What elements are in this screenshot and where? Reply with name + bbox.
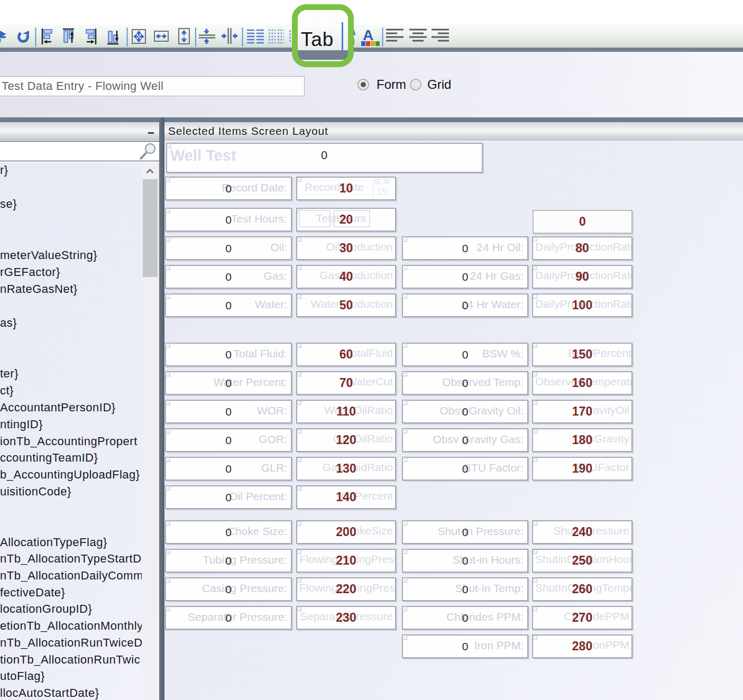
svg-text:A: A (363, 27, 373, 43)
